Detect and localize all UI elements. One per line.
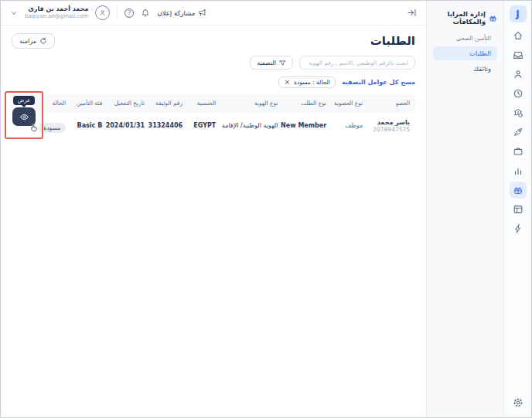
user-name: محمد أحمد بن قاري — [25, 5, 88, 13]
app-window: J — [0, 0, 532, 418]
column-header-membership-type: نوع العضوية — [329, 100, 365, 107]
icon-rail: J — [503, 1, 531, 417]
megaphone-icon — [198, 8, 206, 17]
share-announcement-button[interactable]: مشاركة إعلان — [157, 8, 206, 17]
lightning-icon[interactable] — [510, 220, 527, 237]
inbox-icon[interactable] — [510, 46, 527, 63]
cell-member: ياسر محمد 2078947575 — [365, 119, 412, 133]
search-input[interactable] — [299, 56, 415, 70]
table-row[interactable]: ياسر محمد 2078947575 موظف New Member اله… — [12, 112, 415, 139]
cell-membership-type: موظف — [329, 122, 365, 129]
briefcase-icon[interactable] — [510, 143, 527, 160]
topbar-actions: مشاركة إعلان ? محمد أحمد بن قاري baqiyan… — [10, 5, 206, 20]
module-sidebar: إدارة المزايا والمكافآت التأمين الصحي ال… — [426, 1, 503, 417]
cell-nationality: EGYPT — [185, 122, 218, 129]
eye-icon — [19, 112, 29, 122]
bar-chart-icon[interactable] — [510, 162, 527, 179]
home-icon[interactable] — [510, 27, 527, 44]
column-header-request-type: نوع الطلب — [281, 100, 329, 107]
sync-button[interactable]: مزامنة — [12, 33, 55, 49]
notifications-bell-icon[interactable] — [141, 8, 150, 18]
kanban-icon[interactable] — [510, 201, 527, 218]
member-id: 2078947575 — [367, 126, 410, 133]
rocket-icon[interactable] — [510, 124, 527, 141]
refresh-icon — [39, 37, 47, 45]
member-name: ياسر محمد — [367, 119, 410, 126]
benefits-icon[interactable] — [510, 182, 527, 199]
funnel-icon — [279, 59, 286, 66]
topbar: مشاركة إعلان ? محمد أحمد بن قاري baqiyan… — [1, 1, 426, 25]
app-logo[interactable]: J — [510, 5, 527, 22]
sidebar-title: إدارة المزايا والمكافآت — [433, 10, 486, 25]
cell-activation-date: 2024/01/31 — [104, 122, 147, 129]
help-icon[interactable]: ? — [124, 8, 134, 18]
page-title: الطلبات — [370, 34, 415, 48]
avatar-person-icon — [98, 8, 107, 17]
view-row-button[interactable] — [12, 107, 36, 126]
chevron-down-icon[interactable] — [10, 9, 18, 17]
annotation-highlight-box: عرض — [5, 91, 43, 139]
hand-cursor-icon — [29, 122, 39, 132]
sidebar-item-documents[interactable]: وثائقك — [433, 62, 497, 76]
filter-button[interactable]: التصفية — [250, 56, 293, 70]
column-header-member: العضو — [365, 100, 412, 107]
page-content: الطلبات مزامنة التصفية مسح كل عوامل التص… — [1, 25, 426, 417]
user-icon[interactable] — [510, 66, 527, 83]
table-header-row: العضو نوع العضوية نوع الطلب نوع الهوية ا… — [12, 94, 415, 112]
sidebar-item-health-insurance[interactable]: التأمين الصحي — [433, 32, 497, 45]
cell-id-type: الهوية الوطنية/ الإقامة — [218, 122, 280, 129]
user-email: baqiyan.ae@gmail.com — [25, 13, 88, 20]
view-tooltip: عرض — [13, 96, 36, 105]
cell-request-type: New Member — [281, 122, 329, 129]
user-info[interactable]: محمد أحمد بن قاري baqiyan.ae@gmail.com — [25, 5, 88, 20]
share-announcement-label: مشاركة إعلان — [157, 9, 195, 17]
column-header-insurance-class: فئة التأمين — [68, 100, 104, 107]
column-header-document-number: رقم الوثيقة — [147, 100, 185, 107]
clear-filters-link[interactable]: مسح كل عوامل التصفية — [342, 79, 415, 86]
avatar[interactable] — [95, 5, 110, 20]
benefits-module-icon — [489, 14, 497, 22]
status-filter-chip-label: الحالة : مسودة — [294, 79, 330, 86]
sidebar-header: إدارة المزايا والمكافآت — [433, 8, 497, 32]
collapse-sidebar-icon[interactable] — [407, 8, 417, 18]
gear-icon[interactable] — [510, 394, 527, 411]
status-filter-chip: الحالة : مسودة × — [278, 76, 336, 88]
column-header-activation-date: تاريخ التفعيل — [104, 100, 147, 107]
cell-insurance-class: Basic B — [68, 122, 104, 129]
cell-document-number: 31324406 — [147, 122, 185, 129]
sidebar-item-requests[interactable]: الطلبات — [433, 46, 497, 60]
column-header-id-type: نوع الهوية — [218, 100, 280, 107]
bank-coins-icon[interactable] — [510, 104, 527, 121]
clock-icon[interactable] — [510, 85, 527, 102]
sync-button-label: مزامنة — [19, 38, 36, 45]
column-header-nationality: الجنسية — [185, 100, 218, 107]
main-area: مشاركة إعلان ? محمد أحمد بن قاري baqiyan… — [1, 1, 426, 417]
requests-table: العضو نوع العضوية نوع الطلب نوع الهوية ا… — [12, 94, 415, 139]
remove-filter-icon[interactable]: × — [284, 79, 290, 86]
filter-button-label: التصفية — [257, 59, 276, 66]
topbar-divider — [117, 7, 118, 19]
